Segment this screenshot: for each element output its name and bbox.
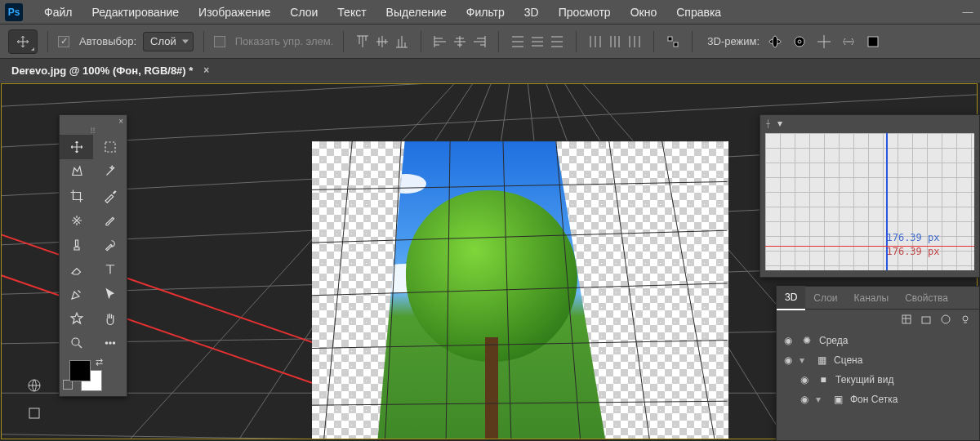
threeD-row-label: Фон Сетка [850, 394, 898, 405]
color-swatches[interactable]: ⇄ [60, 355, 127, 396]
globe-icon[interactable] [24, 376, 44, 395]
auto-select-target-dropdown[interactable]: Слой [143, 32, 194, 51]
menu-type[interactable]: Текст [329, 0, 374, 24]
close-icon[interactable]: × [118, 117, 123, 126]
distribute-vcenter-icon[interactable] [528, 33, 546, 51]
more-tools-icon[interactable] [93, 331, 127, 355]
tab-3d[interactable]: 3D [777, 286, 805, 310]
menu-layers[interactable]: Слои [282, 0, 326, 24]
brush-tool[interactable] [93, 208, 127, 233]
navigator-view[interactable]: 176.39 px 176.39 px [765, 133, 974, 270]
move-tool[interactable] [60, 135, 93, 159]
zoom-tool[interactable] [60, 331, 93, 355]
tools-panel: × ⠿ ⇄ [59, 114, 127, 397]
shape-tool[interactable] [60, 306, 93, 331]
visibility-icon[interactable]: ◉ [782, 354, 795, 366]
threeD-scale-icon[interactable] [864, 34, 882, 49]
filter-scene-icon[interactable] [901, 314, 912, 327]
ruler-icon: ⟊ [765, 118, 771, 129]
expand-icon[interactable]: ▾ [816, 394, 826, 405]
eraser-tool[interactable] [60, 257, 93, 282]
threeD-slide-icon[interactable] [840, 34, 858, 49]
visibility-icon[interactable]: ◉ [798, 374, 811, 385]
marquee-tool[interactable] [93, 135, 127, 159]
align-bottom-icon[interactable] [393, 33, 411, 51]
svg-line-7 [2, 84, 977, 109]
tab-layers[interactable]: Слои [805, 287, 845, 310]
pen-tool[interactable] [60, 282, 93, 306]
lasso-tool[interactable] [60, 159, 93, 184]
distribute-hcenter-icon[interactable] [606, 33, 624, 51]
align-right-icon[interactable] [470, 33, 488, 51]
threeD-row-environment[interactable]: ◉ ✺ Среда [777, 331, 979, 350]
menu-window[interactable]: Окно [622, 0, 666, 24]
foreground-color[interactable] [69, 360, 91, 381]
frame-icon[interactable] [24, 403, 44, 423]
expand-icon[interactable]: ▾ [800, 354, 809, 366]
threeD-orbit-icon[interactable] [766, 34, 784, 49]
close-icon[interactable]: × [203, 65, 209, 76]
swap-colors-icon[interactable]: ⇄ [96, 357, 103, 368]
align-hcenter-icon[interactable] [451, 33, 469, 51]
auto-select-checkbox[interactable]: ✓ [58, 36, 69, 47]
filter-material-icon[interactable] [940, 314, 951, 327]
panel-grip-icon[interactable]: ⠿ [60, 127, 127, 135]
document-tab-bar: Derevo.jpg @ 100% (Фон, RGB/8#) * × [0, 59, 980, 82]
svg-rect-45 [902, 315, 911, 323]
filter-light-icon[interactable] [960, 314, 971, 327]
align-vcenter-icon[interactable] [373, 33, 391, 51]
current-tool-preset[interactable] [8, 29, 38, 54]
options-bar: ✓ Автовыбор: Слой ✓ Показать упр. элем. … [0, 24, 980, 59]
visibility-icon[interactable]: ◉ [798, 394, 811, 405]
navigator-header[interactable]: ⟊ ▾ [760, 115, 979, 131]
tab-properties[interactable]: Свойства [897, 287, 956, 310]
separator [421, 31, 421, 52]
hand-tool[interactable] [93, 306, 127, 331]
distribute-left-icon[interactable] [586, 33, 604, 51]
distribute-right-icon[interactable] [626, 33, 644, 51]
type-tool[interactable] [93, 257, 127, 282]
menu-filter[interactable]: Фильтр [458, 0, 513, 24]
menu-3d[interactable]: 3D [516, 0, 547, 24]
align-group-2 [431, 33, 488, 51]
svg-point-39 [72, 338, 79, 345]
align-left-icon[interactable] [431, 33, 449, 51]
menu-image[interactable]: Изображение [190, 0, 278, 24]
eyedropper-tool[interactable] [93, 184, 127, 208]
auto-select-label: Автовыбор: [79, 35, 136, 47]
tab-channels[interactable]: Каналы [846, 287, 898, 310]
threeD-row-mesh[interactable]: ◉ ▾ ▣ Фон Сетка [777, 390, 979, 409]
crop-tool[interactable] [60, 184, 93, 208]
healing-tool[interactable] [60, 208, 93, 233]
history-brush-tool[interactable] [93, 233, 127, 257]
environment-icon: ✺ [800, 335, 814, 346]
menu-help[interactable]: Справка [668, 0, 729, 24]
transform-controls-checkbox[interactable]: ✓ [214, 36, 225, 47]
window-minimize-icon[interactable]: — [956, 6, 980, 18]
svg-point-47 [942, 315, 950, 323]
menu-select[interactable]: Выделение [378, 0, 455, 24]
svg-rect-38 [105, 142, 115, 152]
menu-edit[interactable]: Редактирование [83, 0, 187, 24]
panel-menu-icon[interactable]: ▾ [777, 118, 782, 129]
menu-file[interactable]: Файл [36, 0, 80, 24]
document-tab[interactable]: Derevo.jpg @ 100% (Фон, RGB/8#) * × [0, 59, 216, 82]
tools-panel-header[interactable]: × [60, 115, 127, 127]
threeD-pan-icon[interactable] [815, 34, 833, 49]
navigator-horizontal-guide [765, 246, 974, 247]
auto-align-icon[interactable] [664, 33, 682, 51]
magic-wand-tool[interactable] [93, 159, 127, 184]
visibility-icon[interactable]: ◉ [782, 335, 795, 346]
path-select-tool[interactable] [93, 282, 127, 306]
filter-mesh-icon[interactable] [920, 314, 932, 327]
threeD-row-scene[interactable]: ◉ ▾ ▦ Сцена [777, 350, 979, 370]
align-top-icon[interactable] [354, 33, 372, 51]
menu-view[interactable]: Просмотр [550, 0, 619, 24]
svg-rect-46 [922, 317, 930, 323]
distribute-top-icon[interactable] [509, 33, 527, 51]
distribute-bottom-icon[interactable] [548, 33, 566, 51]
svg-point-48 [963, 316, 968, 321]
threeD-rotate-icon[interactable] [791, 34, 808, 49]
threeD-row-current-view[interactable]: ◉ ■ Текущий вид [777, 370, 979, 390]
stamp-tool[interactable] [60, 233, 93, 257]
